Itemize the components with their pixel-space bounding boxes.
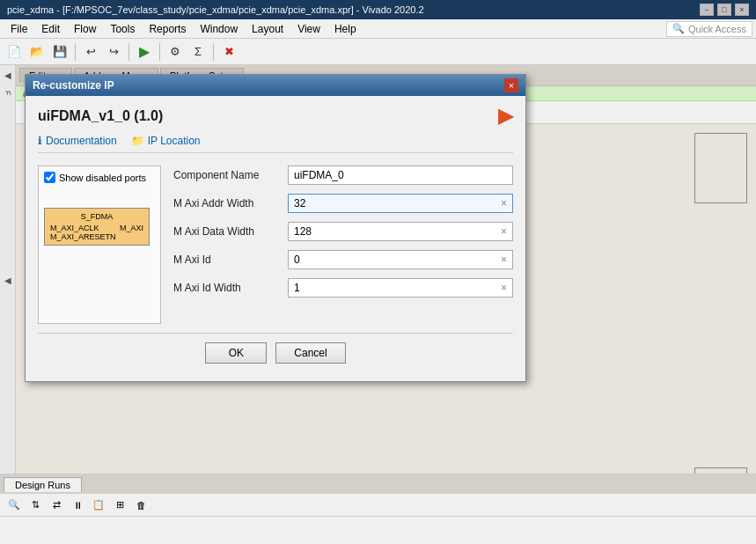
quick-access-input[interactable]: 🔍 Quick Access <box>666 21 752 37</box>
nav-ip-location[interactable]: 📁 IP Location <box>131 135 201 147</box>
ok-button[interactable]: OK <box>205 342 267 364</box>
main-toolbar: 📄 📂 💾 ↩ ↪ ▶ ⚙ Σ ✖ <box>0 39 756 65</box>
left-sidebar: ◀ F ◀ <box>0 65 16 544</box>
preview-port-sfdma: S_FDMA <box>81 212 114 221</box>
component-name-input[interactable]: uiFDMA_0 <box>288 165 513 185</box>
info-icon: ℹ <box>38 135 42 147</box>
minimize-button[interactable]: − <box>700 4 714 16</box>
sidebar-arrow-f[interactable]: F <box>2 89 14 98</box>
field-value-1: 128 <box>294 225 312 238</box>
recustomize-dialog: Re-customize IP × uiFDMA_v1_0 (1.0) ▶ ℹ … <box>25 74 526 382</box>
field-input-1[interactable]: 128 × <box>288 222 513 241</box>
dialog-title-text: Re-customize IP <box>33 79 114 92</box>
new-btn[interactable]: 📄 <box>4 41 25 62</box>
title-bar-controls: − □ × <box>700 4 749 16</box>
field-label-0: M Axi Addr Width <box>173 197 288 210</box>
preview-port-aclk: M_AXI_ACLK <box>50 224 99 232</box>
title-bar: pcie_xdma - [F:/MPSOC_7ev/class_study/pc… <box>0 0 756 19</box>
field-clear-1[interactable]: × <box>501 225 507 238</box>
field-value-3: 1 <box>294 282 300 294</box>
field-label-1: M Axi Data Width <box>173 225 288 238</box>
search-icon: 🔍 <box>672 23 685 34</box>
dialog-title-left: Re-customize IP <box>33 79 114 92</box>
dialog-footer: OK Cancel <box>38 333 513 372</box>
field-group-3: M Axi Id Width 1 × <box>173 278 513 298</box>
sum-btn[interactable]: Σ <box>187 41 209 62</box>
toolbar-sep-3 <box>159 43 160 61</box>
menu-window[interactable]: Window <box>193 21 245 37</box>
component-name-label: Component Name <box>173 169 288 181</box>
close-button[interactable]: × <box>735 4 749 16</box>
run-btn[interactable]: ▶ <box>134 41 155 62</box>
sidebar-arrow-down[interactable]: ◀ <box>3 274 13 287</box>
bt-search-btn[interactable]: 🔍 <box>5 496 23 514</box>
field-input-2[interactable]: 0 × <box>288 250 513 269</box>
xilinx-logo: ▶ <box>498 105 513 128</box>
field-clear-3[interactable]: × <box>501 282 507 294</box>
folder-icon: 📁 <box>131 135 144 147</box>
dialog-body: uiFDMA_v1_0 (1.0) ▶ ℹ Documentation 📁 IP… <box>26 96 525 381</box>
field-value-2: 0 <box>294 254 300 266</box>
menu-flow[interactable]: Flow <box>67 21 103 37</box>
component-title: uiFDMA_v1_0 (1.0) <box>38 108 163 124</box>
menu-reports[interactable]: Reports <box>142 21 193 37</box>
toolbar-sep-2 <box>128 43 129 61</box>
dialog-title-bar: Re-customize IP × <box>26 75 525 96</box>
dialog-close-button[interactable]: × <box>504 78 518 92</box>
bt-delete-btn[interactable]: 🗑 <box>132 496 150 514</box>
bt-copy-btn[interactable]: 📋 <box>90 496 107 514</box>
quick-access-label: Quick Access <box>688 24 746 34</box>
show-disabled-ports-checkbox[interactable]: Show disabled ports <box>44 172 146 183</box>
bottom-area: Design Runs 🔍 ⇅ ⇄ ⏸ 📋 ⊞ 🗑 <box>0 474 756 544</box>
field-group-1: M Axi Data Width 128 × <box>173 222 513 241</box>
partial-block-right <box>694 133 747 203</box>
title-bar-left: pcie_xdma - [F:/MPSOC_7ev/class_study/pc… <box>7 4 424 15</box>
field-group-2: M Axi Id 0 × <box>173 250 513 269</box>
cancel-button[interactable]: Cancel <box>275 342 345 364</box>
settings-btn[interactable]: ⚙ <box>165 41 186 62</box>
dialog-nav: ℹ Documentation 📁 IP Location <box>38 135 513 153</box>
field-value-0: 32 <box>294 197 305 210</box>
preview-ip-block: S_FDMA M_AXI_ACLK M_AXI M_AXI_ARESETN <box>44 208 150 246</box>
toolbar-sep-4 <box>213 43 214 61</box>
app-title: pcie_xdma - [F:/MPSOC_7ev/class_study/pc… <box>7 4 424 15</box>
menu-tools[interactable]: Tools <box>103 21 142 37</box>
preview-port-aresetn: M_AXI_ARESETN <box>50 232 116 241</box>
component-name-value: uiFDMA_0 <box>294 169 344 181</box>
field-clear-0[interactable]: × <box>501 197 507 210</box>
open-btn[interactable]: 📂 <box>26 41 48 62</box>
field-label-3: M Axi Id Width <box>173 282 288 294</box>
disabled-ports-check[interactable] <box>44 172 55 183</box>
menu-file[interactable]: File <box>4 21 34 37</box>
save-btn[interactable]: 💾 <box>49 41 70 62</box>
bt-pause-btn[interactable]: ⏸ <box>69 496 86 514</box>
bottom-tab-design-runs[interactable]: Design Runs <box>4 477 82 492</box>
component-title-row: uiFDMA_v1_0 (1.0) ▶ <box>38 105 513 128</box>
preview-panel: Show disabled ports S_FDMA M_AXI_ACLK M_… <box>38 165 161 324</box>
field-group-0: M Axi Addr Width 32 × <box>173 194 513 213</box>
component-name-group: Component Name uiFDMA_0 <box>173 165 513 185</box>
preview-ip-row: M_AXI_ACLK M_AXI <box>50 224 143 232</box>
field-input-0[interactable]: 32 × <box>288 194 513 213</box>
canvas-area: Editor × Address Map × Platform Setup av… <box>16 65 756 544</box>
menu-bar: File Edit Flow Tools Reports Window Layo… <box>0 19 756 39</box>
bottom-tabs: Design Runs <box>0 474 756 494</box>
bt-grid-btn[interactable]: ⊞ <box>111 496 128 514</box>
menu-edit[interactable]: Edit <box>34 21 67 37</box>
bt-sort-btn[interactable]: ⇄ <box>48 496 65 514</box>
sidebar-arrow-up[interactable]: ◀ <box>3 69 13 82</box>
form-panel: Component Name uiFDMA_0 M Axi Addr Width… <box>173 165 513 324</box>
field-label-2: M Axi Id <box>173 254 288 266</box>
bt-filter-btn[interactable]: ⇅ <box>26 496 44 514</box>
maximize-button[interactable]: □ <box>717 4 731 16</box>
field-input-3[interactable]: 1 × <box>288 278 513 298</box>
undo-btn[interactable]: ↩ <box>80 41 101 62</box>
menu-help[interactable]: Help <box>327 21 363 37</box>
field-clear-2[interactable]: × <box>501 254 507 266</box>
nav-documentation[interactable]: ℹ Documentation <box>38 135 117 147</box>
menu-view[interactable]: View <box>290 21 327 37</box>
redo-btn[interactable]: ↪ <box>103 41 124 62</box>
bottom-toolbar: 🔍 ⇅ ⇄ ⏸ 📋 ⊞ 🗑 <box>0 494 756 517</box>
menu-layout[interactable]: Layout <box>245 21 290 37</box>
stop-btn[interactable]: ✖ <box>218 41 239 62</box>
